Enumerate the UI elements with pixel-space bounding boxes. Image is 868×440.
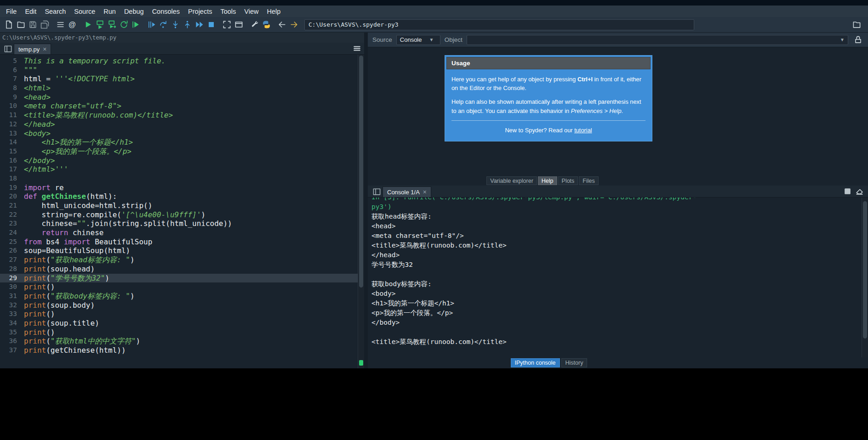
console-scrollbar[interactable] xyxy=(862,197,868,357)
code-line-6: 6""" xyxy=(0,66,358,75)
maximize-pane-icon[interactable] xyxy=(221,19,233,31)
menu-edit[interactable]: Edit xyxy=(21,7,40,16)
object-input[interactable]: ▼ xyxy=(467,35,848,45)
help-toolbar: Source Console ▼ Object ▼ xyxy=(368,33,868,47)
code-line-12: 12</head> xyxy=(0,120,358,129)
debug-icon[interactable] xyxy=(145,19,157,31)
menu-tools[interactable]: Tools xyxy=(216,7,240,16)
new-file-icon[interactable] xyxy=(3,19,15,31)
tab-temp-py-label: temp.py xyxy=(18,46,40,53)
tab-files[interactable]: Files xyxy=(579,176,598,185)
code-editor[interactable]: 5This is a temporary script file.6"""7ht… xyxy=(0,55,358,368)
desktop-area xyxy=(0,368,868,440)
line-number: 5 xyxy=(0,56,24,66)
step-over-icon[interactable] xyxy=(157,19,169,31)
lock-icon[interactable] xyxy=(852,34,863,45)
line-number: 19 xyxy=(0,183,24,192)
console-output-line: </body> xyxy=(371,318,862,327)
file-switcher-icon[interactable] xyxy=(54,19,66,31)
line-number: 13 xyxy=(0,129,24,138)
tab-plots[interactable]: Plots xyxy=(558,176,578,185)
editor-scrollbar-thumb[interactable] xyxy=(359,56,363,288)
menu-run[interactable]: Run xyxy=(99,7,120,16)
tab-close-icon[interactable]: × xyxy=(43,45,46,53)
step-into-icon[interactable] xyxy=(169,19,181,31)
tab-console-1a[interactable]: Console 1/A × xyxy=(383,186,431,197)
usage-paragraph-2: Help can also be shown automatically aft… xyxy=(451,97,645,115)
editor-pane: C:\Users\ASVS\.spyder-py3\temp.py temp.p… xyxy=(0,33,364,368)
menu-projects[interactable]: Projects xyxy=(184,7,216,16)
tab-history[interactable]: History xyxy=(561,358,588,367)
console-output[interactable]: In [3]: runfile('C:/Users/ASVS/.spyder-p… xyxy=(368,197,862,357)
line-number: 8 xyxy=(0,84,24,93)
editor-scrollbar[interactable] xyxy=(358,55,364,368)
code-line-10: 10<meta charset="utf-8"> xyxy=(0,102,358,111)
back-icon[interactable] xyxy=(276,19,288,31)
save-icon[interactable] xyxy=(27,19,39,31)
console-output-line: 学号号数为32 xyxy=(371,260,862,270)
menu-bar: FileEditSearchSourceRunDebugConsolesProj… xyxy=(0,6,868,17)
console-output-line: <head> xyxy=(371,221,862,231)
symbol-finder-icon[interactable]: @ xyxy=(66,19,78,31)
tab-variable-explorer[interactable]: Variable explorer xyxy=(486,176,537,185)
line-number: 25 xyxy=(0,237,24,247)
forward-icon[interactable] xyxy=(288,19,300,31)
line-number: 6 xyxy=(0,66,24,75)
menu-file[interactable]: File xyxy=(2,7,21,16)
usage-text: Here you can get help of any object by p… xyxy=(445,71,652,141)
console-pane-icon[interactable] xyxy=(371,186,382,197)
working-directory-combobox[interactable]: C:\Users\ASVS\.spyder-py3 xyxy=(304,19,694,30)
tab-temp-py[interactable]: temp.py × xyxy=(14,44,51,54)
tab-help[interactable]: Help xyxy=(538,176,557,185)
menu-help[interactable]: Help xyxy=(263,7,285,16)
fullscreen-icon[interactable] xyxy=(233,19,245,31)
clear-console-icon[interactable] xyxy=(853,186,865,197)
chevron-down-icon: ▼ xyxy=(429,37,434,42)
tutorial-link[interactable]: tutorial xyxy=(574,127,592,134)
editor-options-icon[interactable] xyxy=(351,43,362,54)
help-source-select[interactable]: Console ▼ xyxy=(396,35,440,45)
menu-debug[interactable]: Debug xyxy=(120,7,148,16)
code-line-8: 8<html> xyxy=(0,84,358,93)
step-return-icon[interactable] xyxy=(181,19,193,31)
toolbar-icons: @ xyxy=(3,19,300,31)
code-line-32: 32print(soup.body) xyxy=(0,301,358,310)
console-tab-label: Console 1/A xyxy=(387,189,420,196)
code-line-33: 33print() xyxy=(0,310,358,319)
line-number: 27 xyxy=(0,255,24,265)
menu-consoles[interactable]: Consoles xyxy=(148,7,184,16)
stop-debug-icon[interactable] xyxy=(205,19,217,31)
line-number: 12 xyxy=(0,120,24,129)
code-line-20: 20def getChinese(html): xyxy=(0,192,358,201)
run-cell-icon[interactable] xyxy=(94,19,106,31)
console-input-line: In [3]: runfile('C:/Users/ASVS/.spyder-p… xyxy=(371,197,862,202)
continue-icon[interactable] xyxy=(193,19,205,31)
object-label: Object xyxy=(445,36,463,43)
code-line-15: 15 <p>我的第一个段落。</p> xyxy=(0,147,358,156)
tab-close-icon[interactable]: × xyxy=(423,188,427,196)
rerun-cell-icon[interactable] xyxy=(118,19,130,31)
browse-directory-icon[interactable] xyxy=(851,19,862,31)
menu-source[interactable]: Source xyxy=(70,7,99,16)
menu-search[interactable]: Search xyxy=(40,7,70,16)
right-pane-tabs: Variable explorerHelpPlotsFiles xyxy=(292,176,793,186)
run-icon[interactable] xyxy=(82,19,94,31)
line-number: 18 xyxy=(0,174,24,183)
run-cell-advance-icon[interactable] xyxy=(106,19,118,31)
editor-pane-icon[interactable] xyxy=(3,44,13,54)
menu-view[interactable]: View xyxy=(240,7,263,16)
run-selection-icon[interactable] xyxy=(130,19,142,31)
console-output-line: </head> xyxy=(371,250,862,260)
source-label: Source xyxy=(372,36,392,43)
tab-ipython-console[interactable]: IPython console xyxy=(511,358,560,367)
save-all-icon[interactable] xyxy=(39,19,51,31)
console-environment-icon[interactable] xyxy=(841,186,853,197)
code-line-21: 21 html_unicode=html.strip() xyxy=(0,201,358,210)
console-bottom-tabs: IPython consoleHistory xyxy=(299,357,799,368)
pythonpath-icon[interactable] xyxy=(260,19,272,31)
console-scrollbar-thumb[interactable] xyxy=(863,201,867,338)
preferences-icon[interactable] xyxy=(248,19,260,31)
editor-tab-bar: temp.py × xyxy=(0,43,364,55)
open-file-icon[interactable] xyxy=(15,19,27,31)
pane-splitter[interactable] xyxy=(364,33,368,368)
